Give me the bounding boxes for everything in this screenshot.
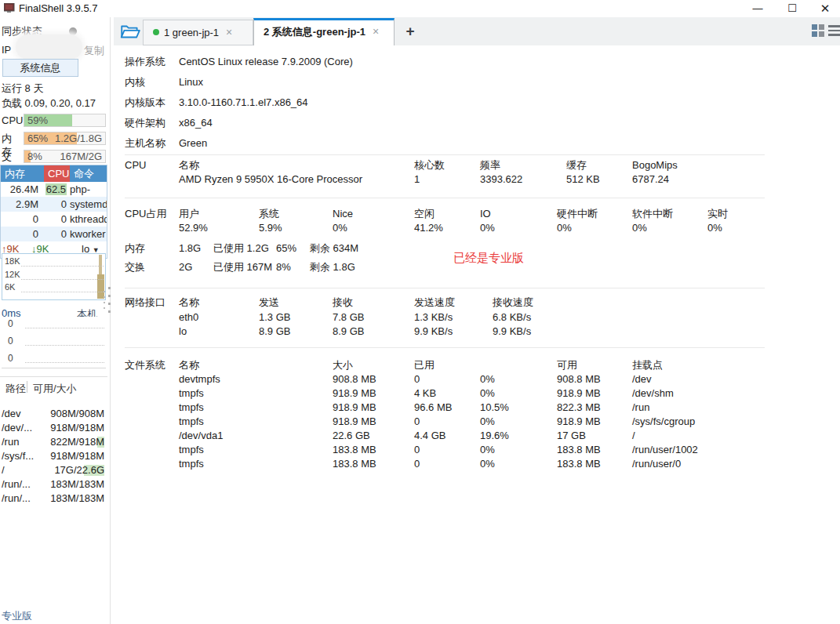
fs-header: 大小 [333,358,353,372]
open-folder-icon[interactable] [119,22,141,41]
close-button[interactable]: ✕ [812,0,838,17]
fs-avail: 17 GB [557,429,586,443]
usage-header: 实时 [707,207,728,221]
process-cmd: kworker [70,227,107,241]
disk-col-path[interactable]: 路径 [5,382,26,396]
disk-row[interactable]: / 17G/22.6G [0,463,107,477]
hamburger-menu-icon[interactable] [828,25,840,36]
fs-header: 挂载点 [632,358,663,372]
system-info-button[interactable]: 系统信息 [2,59,78,77]
net-name: eth0 [179,310,198,325]
fs-used: 0 [414,415,420,429]
gridline [25,362,104,363]
cpu-gauge-label: CPU [2,114,23,127]
cpu-gauge-pct: 59% [27,114,48,126]
fs-mount: / [632,429,635,443]
process-cpu: 0 [38,227,67,241]
uptime-text: 运行 8 天 [2,82,43,96]
disk-path: /dev [2,407,45,421]
swap-pct: 8% [276,260,291,274]
tab-label: 1 green-jp-1 [164,27,219,38]
fs-used-pct: 0% [480,443,495,457]
gridline [21,266,104,267]
fs-name: tmpfs [179,401,204,415]
fs-header: 已用 [414,358,435,372]
cpu-cores: 1 [414,172,420,187]
net-header: 接收 [333,296,353,310]
net-header: 发送速度 [414,296,455,310]
fs-avail: 183.8 MB [557,457,601,471]
fs-used: 96.6 MB [414,401,452,415]
section-divider [125,288,765,288]
fs-avail: 918.9 MB [557,415,601,429]
swap-used: 已使用 167M [213,260,272,274]
usage-header: IO [480,207,491,221]
fs-avail: 183.8 MB [557,443,601,457]
net-tick: 12K [5,270,20,279]
layout-grid-icon[interactable] [812,24,824,37]
swap-section-label: 交换 [125,260,145,274]
disk-value: 183M/183M [44,477,104,492]
process-col-cpu[interactable]: CPU [44,165,70,182]
maximize-button[interactable]: ☐ [779,0,805,17]
disk-col-avail-size[interactable]: 可用/大小 [33,382,77,396]
disk-row[interactable]: /run/... 183M/183M [0,492,107,506]
cpu-usage-section-label: CPU占用 [125,207,166,221]
new-tab-button[interactable]: + [401,22,420,41]
fs-size: 908.8 MB [333,372,376,386]
network-graph: 18K 12K 6K [2,253,106,300]
process-col-memory[interactable]: 内存 [1,165,44,182]
process-mem: 26.4M [1,182,38,197]
fs-avail: 908.8 MB [557,372,601,386]
tab-system-info-green-jp-1[interactable]: 2 系统信息-green-jp-1× [253,18,395,45]
tab-close-icon[interactable]: × [373,25,379,38]
kernel-value: Linux [179,75,203,89]
ping-tick: 0 [8,319,13,328]
process-row[interactable]: 0 0 kthreadd [1,212,107,227]
process-col-command[interactable]: 命令 [70,165,107,182]
tab-close-icon[interactable]: × [226,26,232,38]
disk-row[interactable]: /dev 908M/908M [0,407,107,421]
copy-ip-link[interactable]: 复制 [84,44,104,58]
process-row[interactable]: 0 0 kworker [1,227,107,241]
disk-path: /run/... [2,492,45,506]
arch-value: x86_64 [179,116,213,130]
usage-value: 5.9% [259,221,282,235]
disk-path: /sys/f... [2,449,45,463]
fs-name: tmpfs [179,415,204,429]
disk-row[interactable]: /dev/... 918M/918M [0,421,107,435]
disk-path: /dev/... [2,421,45,435]
fs-header: 可用 [557,358,577,372]
net-recv: 8.9 GB [333,325,364,339]
disk-value: 822M/918M [44,435,104,449]
usage-value: 41.2% [414,221,443,235]
minimize-button[interactable]: — [744,0,771,17]
net-recv: 7.8 GB [333,310,364,325]
fs-mount: /dev/shm [632,386,674,401]
disk-row[interactable]: /run 822M/918M [0,435,107,449]
gridline [21,292,104,292]
hostname-value: Green [179,136,207,151]
kernel-label: 内核 [125,75,145,89]
splitter-handle[interactable] [108,287,111,334]
hostname-label: 主机名称 [125,136,165,151]
network-section-label: 网络接口 [125,296,165,310]
process-row[interactable]: 26.4M 62.5 php-fpm [1,182,107,197]
tab-green-jp-1[interactable]: 1 green-jp-1× [143,20,253,45]
process-row[interactable]: 2.9M 0 systemd [1,197,107,212]
memory-gauge-pct: 65% [27,132,48,144]
fs-size: 918.9 MB [333,386,376,401]
cpu-header: 名称 [179,158,199,172]
fs-name: devtmpfs [179,372,220,386]
memory-total: 1.8G [179,241,201,256]
ip-value-redacted [16,34,82,60]
pro-version-label: 专业版 [2,609,32,623]
section-divider [125,198,765,198]
process-cmd: kthreadd [70,212,107,227]
disk-row[interactable]: /run/... 183M/183M [0,477,107,492]
swap-gauge-bar: 8% 167M/2G [24,150,106,163]
swap-gauge-pct: 8% [27,151,42,162]
net-sent-rate: 1.3 KB/s [414,310,453,325]
disk-row[interactable]: /sys/f... 918M/918M [0,449,107,463]
cpu-section-label: CPU [125,158,146,172]
